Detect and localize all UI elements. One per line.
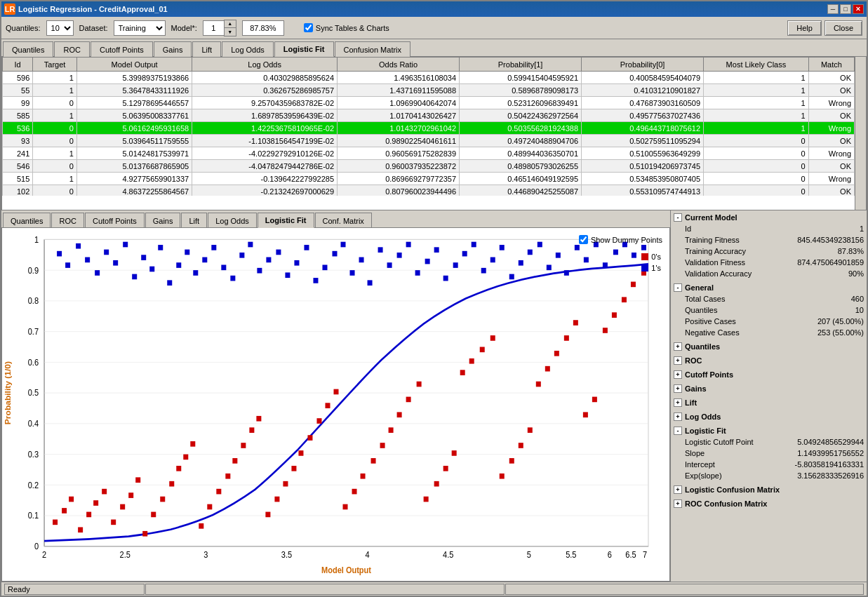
tab-lift[interactable]: Lift: [192, 41, 221, 57]
roc-expand[interactable]: +: [674, 356, 682, 365]
svg-rect-94: [536, 382, 541, 387]
log-odds-section-header[interactable]: + Log Odds: [671, 411, 867, 422]
log-odds-collapsed: + Log Odds: [671, 410, 867, 424]
col-model-output[interactable]: Model Output: [76, 58, 192, 72]
minimize-button[interactable]: ─: [827, 4, 839, 14]
btab-conf-matrix[interactable]: Conf. Matrix: [315, 213, 372, 228]
logistic-fit-header[interactable]: - Logistic Fit: [671, 425, 867, 436]
cutoff-section-header[interactable]: + Cutoff Points: [671, 369, 867, 380]
table-cell: 0.58968789098173: [460, 84, 582, 97]
table-row[interactable]: 51514.92775659901337-0.1396422279922850.…: [3, 173, 855, 185]
dataset-label: Dataset:: [79, 24, 108, 32]
table-row[interactable]: 9905.129786954465579.25704359683782E-021…: [3, 97, 855, 109]
btab-roc[interactable]: ROC: [51, 213, 84, 228]
logistic-fit-expand[interactable]: -: [674, 427, 682, 435]
window-close-button[interactable]: ✕: [853, 4, 864, 14]
svg-text:4: 4: [365, 551, 370, 560]
table-row[interactable]: 5515.364784331119260.3626752869857571.43…: [3, 84, 855, 97]
show-dummy-checkbox[interactable]: [579, 235, 588, 244]
logistic-confusion-header[interactable]: + Logistic Confusion Matrix: [671, 484, 867, 495]
model-input[interactable]: 1: [203, 20, 224, 36]
close-button[interactable]: Close: [824, 20, 862, 36]
svg-rect-61: [241, 443, 246, 448]
svg-text:0.2: 0.2: [28, 481, 39, 490]
tab-logistic-fit[interactable]: Logistic Fit: [274, 41, 334, 57]
col-match[interactable]: Match: [808, 58, 854, 72]
lift-expand[interactable]: +: [674, 398, 682, 407]
table-cell: 0.502759511095294: [582, 135, 704, 147]
quantiles-select[interactable]: 10: [46, 20, 74, 36]
dataset-select[interactable]: Training Validation Test: [114, 20, 166, 36]
tab-log-odds[interactable]: Log Odds: [222, 41, 274, 57]
table-row[interactable]: 59615.399893751938660.4030298858956241.4…: [3, 72, 855, 84]
svg-rect-57: [207, 504, 212, 510]
col-prob0[interactable]: Probability[0]: [582, 58, 704, 72]
btab-quantiles[interactable]: Quantiles: [3, 213, 51, 228]
tab-gains[interactable]: Gains: [154, 41, 192, 57]
svg-rect-110: [95, 270, 100, 276]
scrollbar[interactable]: [855, 57, 866, 210]
general-expand[interactable]: -: [674, 283, 682, 292]
tab-cutoff-points[interactable]: Cutoff Points: [91, 41, 153, 57]
col-log-odds[interactable]: Log Odds: [192, 58, 338, 72]
log-odds-expand[interactable]: +: [674, 412, 682, 421]
gains-expand[interactable]: +: [674, 384, 682, 393]
col-most-likely[interactable]: Most Likely Class: [704, 58, 809, 72]
quantiles-section-header[interactable]: + Quantiles: [671, 341, 867, 352]
btab-logistic-fit[interactable]: Logistic Fit: [258, 213, 314, 228]
help-button[interactable]: Help: [787, 20, 822, 36]
btab-cutoff-points[interactable]: Cutoff Points: [85, 213, 145, 228]
logistic-fit-section: - Logistic Fit Logistic Cutoff Point 5.0…: [671, 424, 867, 483]
roc-confusion-header[interactable]: + ROC Confusion Matrix: [671, 498, 867, 509]
btab-lift[interactable]: Lift: [181, 213, 207, 228]
roc-confusion-expand[interactable]: +: [674, 499, 682, 508]
svg-rect-149: [453, 262, 458, 268]
btab-gains[interactable]: Gains: [145, 213, 181, 228]
general-header[interactable]: - General: [671, 282, 867, 293]
svg-rect-53: [176, 466, 181, 471]
model-label: Model*:: [171, 24, 197, 32]
tab-confusion-matrix[interactable]: Confusion Matrix: [335, 41, 411, 57]
table-row[interactable]: 54605.01376687865905-4.04782479442786E-0…: [3, 160, 855, 173]
svg-rect-59: [225, 474, 230, 479]
svg-rect-89: [490, 335, 495, 341]
svg-rect-119: [176, 262, 181, 268]
table-row[interactable]: 9305.03964511759555-1.10381564547199E-02…: [3, 135, 855, 147]
log-odds-section-label: Log Odds: [685, 412, 721, 421]
col-odds-ratio[interactable]: Odds Ratio: [338, 58, 460, 72]
top-tabs-container: Quantiles ROC Cutoff Points Gains Lift L…: [1, 39, 867, 56]
svg-rect-45: [111, 520, 116, 525]
col-id[interactable]: Id: [3, 58, 33, 72]
spinner-up[interactable]: ▲: [225, 20, 236, 28]
table-cell: 0.465146049192595: [460, 173, 582, 185]
spinner-down[interactable]: ▼: [225, 28, 236, 36]
current-model-expand[interactable]: -: [674, 213, 682, 222]
sync-checkbox[interactable]: [304, 23, 313, 32]
col-target[interactable]: Target: [33, 58, 77, 72]
table-scroll[interactable]: Id Target Model Output Log Odds Odds Rat…: [2, 57, 855, 196]
table-row[interactable]: 53605.061624959316581.42253675810965E-02…: [3, 122, 855, 135]
table-row[interactable]: 10204.86372255864567-0.2132426970006290.…: [3, 185, 855, 196]
current-model-header[interactable]: - Current Model: [671, 212, 867, 223]
logistic-confusion-expand[interactable]: +: [674, 485, 682, 494]
status-center: [145, 584, 505, 595]
maximize-button[interactable]: □: [840, 4, 851, 14]
quantiles-expand[interactable]: +: [674, 342, 682, 351]
col-prob1[interactable]: Probability[1]: [460, 58, 582, 72]
table-row[interactable]: 58515.063950083377611.68978539596439E-02…: [3, 109, 855, 122]
cutoff-expand[interactable]: +: [674, 370, 682, 379]
table-cell: 1: [33, 147, 77, 160]
tab-quantiles[interactable]: Quantiles: [3, 41, 53, 57]
table-row[interactable]: 24115.01424817539971-4.02292792910126E-0…: [3, 147, 855, 160]
table-cell: -1.10381564547199E-02: [192, 135, 338, 147]
lift-section-header[interactable]: + Lift: [671, 397, 867, 408]
tab-roc[interactable]: ROC: [54, 41, 89, 57]
table-cell: 4.86372255864567: [76, 185, 192, 196]
svg-rect-75: [361, 474, 366, 479]
roc-section-header[interactable]: + ROC: [671, 355, 867, 366]
svg-rect-85: [452, 450, 457, 456]
table-cell: -0.213242697000629: [192, 185, 338, 196]
gains-section-header[interactable]: + Gains: [671, 383, 867, 394]
btab-log-odds[interactable]: Log Odds: [208, 213, 257, 228]
svg-rect-80: [406, 397, 411, 403]
